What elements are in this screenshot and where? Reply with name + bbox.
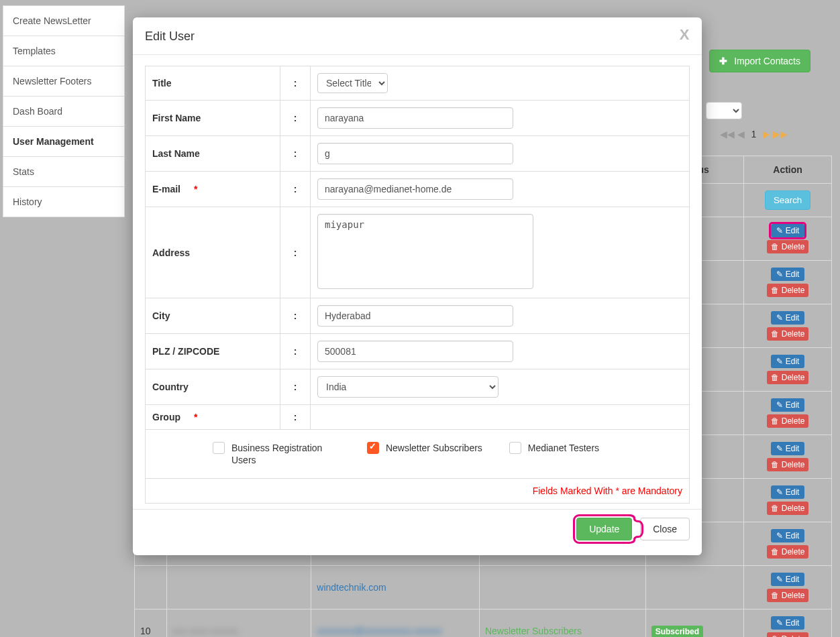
delete-button[interactable]: 🗑Delete	[767, 240, 809, 253]
highlight-update-button: Update	[576, 524, 640, 534]
row9-email-fragment[interactable]: windtechnik.com	[317, 582, 386, 593]
close-button[interactable]: Close	[640, 518, 690, 540]
edit-icon: ✎	[776, 357, 783, 366]
label-group: Group *	[146, 405, 280, 430]
sidebar-item-user-management[interactable]: User Management	[3, 126, 125, 156]
row10-index: 10	[135, 610, 167, 638]
required-mark: *	[194, 184, 197, 194]
plus-icon: ✚	[719, 56, 727, 66]
search-button[interactable]: Search	[765, 190, 810, 210]
delete-button[interactable]: 🗑Delete	[767, 284, 809, 297]
edit-user-modal: Edit User X Title : Select Title First N…	[133, 17, 702, 555]
label-address: Address	[146, 207, 280, 298]
sidebar-item-create-newsletter[interactable]: Create NewsLetter	[3, 5, 125, 36]
edit-button[interactable]: ✎Edit	[771, 398, 805, 412]
trash-icon: 🗑	[771, 591, 779, 600]
checkbox-newsletter-subscribers[interactable]	[367, 442, 379, 454]
pager-current: 1	[751, 129, 756, 139]
edit-icon: ✎	[776, 487, 783, 497]
title-select[interactable]: Select Title	[317, 73, 388, 93]
checkbox-label: Business Registration Users	[231, 442, 340, 466]
colon: :	[280, 66, 311, 101]
delete-button[interactable]: 🗑Delete	[767, 502, 809, 515]
edit-icon: ✎	[776, 575, 783, 584]
label-zipcode: PLZ / ZIPCODE	[146, 334, 280, 369]
pager-last-icon[interactable]: ▶▶	[773, 129, 788, 139]
row10-status-badge: Subscribed	[651, 626, 703, 637]
sidebar: Create NewsLetter Templates Newsletter F…	[3, 5, 125, 217]
trash-icon: 🗑	[771, 504, 779, 513]
col-action: Action	[744, 156, 832, 184]
required-mark: *	[194, 412, 197, 422]
zipcode-input[interactable]	[317, 341, 513, 362]
last-name-input[interactable]	[317, 143, 513, 164]
label-last-name: Last Name	[146, 136, 280, 172]
edit-icon: ✎	[776, 270, 783, 279]
edit-button[interactable]: ✎Edit	[771, 573, 805, 586]
edit-button[interactable]: ✎Edit	[771, 485, 805, 499]
sidebar-item-dash-board[interactable]: Dash Board	[3, 96, 125, 126]
row10-name-blurred: xxx xxxx xxxxxx	[172, 626, 239, 636]
group-value-empty	[311, 405, 690, 430]
sidebar-item-stats[interactable]: Stats	[3, 156, 125, 186]
delete-button[interactable]: 🗑Delete	[767, 545, 809, 559]
trash-icon: 🗑	[771, 460, 779, 469]
group-option-business-registration-users: Business Registration Users	[213, 442, 340, 466]
row10-email-blurred[interactable]: xxxxxxxx@xxxxxxxxxx.xxxxxx	[317, 626, 441, 636]
edit-button[interactable]: ✎Edit	[771, 529, 805, 542]
delete-button[interactable]: 🗑Delete	[767, 632, 809, 637]
country-select[interactable]: India	[317, 376, 498, 398]
trash-icon: 🗑	[771, 416, 779, 426]
import-contacts-button[interactable]: ✚ Import Contacts	[709, 50, 810, 72]
row10-group[interactable]: Newsletter Subscribers	[485, 626, 582, 636]
group-option-medianet-testers: Medianet Testers	[509, 442, 599, 454]
update-button[interactable]: Update	[576, 518, 632, 540]
edit-icon: ✎	[776, 531, 783, 540]
sidebar-item-templates[interactable]: Templates	[3, 36, 125, 66]
edit-button[interactable]: ✎Edit	[771, 442, 805, 455]
city-input[interactable]	[317, 305, 513, 327]
checkbox-label: Newsletter Subscribers	[386, 442, 482, 454]
delete-button[interactable]: 🗑Delete	[767, 327, 809, 341]
label-first-name: First Name	[146, 101, 280, 136]
label-title: Title	[146, 66, 280, 101]
sidebar-item-newsletter-footers[interactable]: Newsletter Footers	[3, 66, 125, 96]
pager-next-icon[interactable]: ▶	[763, 129, 770, 139]
mandatory-note: Fields Marked With * are Mandatory	[146, 479, 690, 504]
group-option-newsletter-subscribers: Newsletter Subscribers	[367, 442, 482, 454]
trash-icon: 🗑	[771, 242, 779, 251]
label-country: Country	[146, 369, 280, 405]
edit-icon: ✎	[776, 400, 783, 410]
address-textarea[interactable]: miyapur	[317, 214, 533, 289]
import-contacts-label: Import Contacts	[734, 56, 800, 66]
trash-icon: 🗑	[771, 547, 779, 557]
trash-icon: 🗑	[771, 286, 779, 295]
trash-icon: 🗑	[771, 373, 779, 382]
page-size-select[interactable]	[706, 102, 742, 119]
label-city: City	[146, 298, 280, 334]
first-name-input[interactable]	[317, 107, 513, 129]
highlight-first-edit: ✎Edit	[771, 225, 805, 235]
sidebar-item-history[interactable]: History	[3, 186, 125, 217]
edit-user-form: Title : Select Title First Name : Last N…	[145, 66, 690, 504]
checkbox-medianet-testers[interactable]	[509, 442, 521, 454]
edit-icon: ✎	[776, 444, 783, 453]
edit-button[interactable]: ✎Edit	[771, 268, 805, 281]
edit-button[interactable]: ✎Edit	[771, 355, 805, 368]
trash-icon: 🗑	[771, 329, 779, 339]
pager-prev-icon[interactable]: ◀	[737, 129, 745, 139]
delete-button[interactable]: 🗑Delete	[767, 414, 809, 428]
edit-button[interactable]: ✎Edit	[771, 224, 805, 237]
pager-first-icon[interactable]: ◀◀	[720, 129, 735, 139]
close-icon[interactable]: X	[676, 27, 692, 43]
checkbox-label: Medianet Testers	[528, 442, 599, 454]
email-input[interactable]	[317, 178, 513, 200]
edit-button[interactable]: ✎Edit	[771, 616, 805, 630]
delete-button[interactable]: 🗑Delete	[767, 371, 809, 384]
delete-button[interactable]: 🗑Delete	[767, 458, 809, 471]
checkbox-business-registration-users[interactable]	[213, 442, 225, 454]
edit-button[interactable]: ✎Edit	[771, 311, 805, 325]
edit-icon: ✎	[776, 313, 783, 323]
trash-icon: 🗑	[771, 634, 779, 637]
delete-button[interactable]: 🗑Delete	[767, 589, 809, 602]
